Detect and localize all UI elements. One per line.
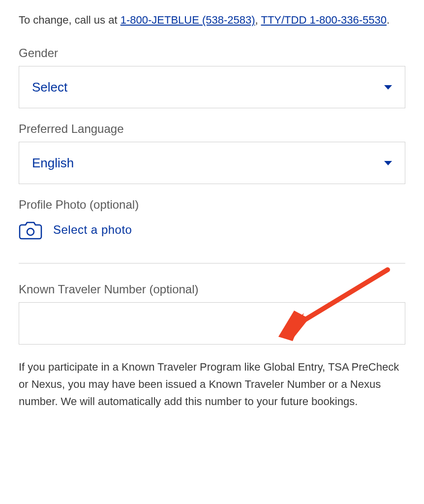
phone-link-tty[interactable]: TTY/TDD 1-800-336-5530 [261,14,387,26]
ktn-input[interactable] [19,302,405,345]
photo-action-label: Select a photo [53,223,132,237]
camera-icon [19,220,42,240]
profile-form-section: To change, call us at 1-800-JETBLUE (538… [19,12,405,410]
ktn-help-text: If you participate in a Known Traveler P… [19,358,405,410]
ktn-field: Known Traveler Number (optional) [19,283,405,345]
gender-label: Gender [19,46,405,60]
gender-select[interactable]: Select [19,66,405,108]
photo-select-row[interactable]: Select a photo [19,220,405,240]
phone-link-main[interactable]: 1-800-JETBLUE (538-2583) [121,14,255,26]
language-select[interactable]: English [19,142,405,184]
language-value: English [32,156,384,171]
chevron-down-icon [384,85,392,90]
ktn-label: Known Traveler Number (optional) [19,283,405,296]
photo-label: Profile Photo (optional) [19,198,405,212]
language-field: Preferred Language English [19,122,405,184]
change-instruction: To change, call us at 1-800-JETBLUE (538… [19,12,405,29]
instruction-prefix: To change, call us at [19,14,121,26]
gender-field: Gender Select [19,46,405,108]
section-divider [19,263,405,264]
gender-value: Select [32,80,384,95]
instruction-sep: , [255,14,261,26]
photo-field: Profile Photo (optional) Select a photo [19,198,405,240]
language-label: Preferred Language [19,122,405,136]
chevron-down-icon [384,161,392,165]
instruction-suffix: . [387,14,390,26]
svg-point-0 [27,228,34,235]
